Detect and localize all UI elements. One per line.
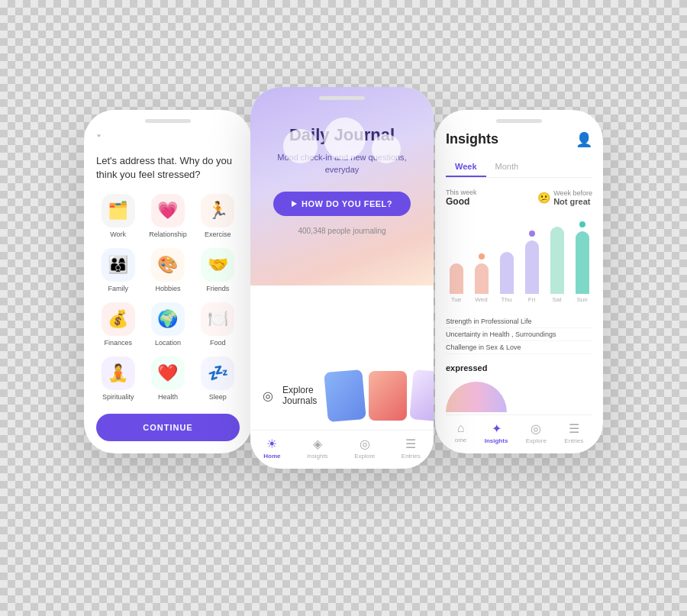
category-grid: 🗂️ Work 💗 Relationship 🏃 Exercise 👨‍👩‍👦 …	[96, 194, 240, 405]
bar-sun: Sun	[572, 221, 592, 303]
right-nav-entries[interactable]: ☰ Entries	[564, 421, 583, 444]
right-insights-icon: ✦	[492, 421, 502, 436]
friends-label: Friends	[206, 285, 229, 292]
this-week-value: Good	[446, 196, 477, 207]
explore-nav-icon: ◎	[360, 437, 370, 451]
location-label: Location	[155, 339, 181, 347]
journal-header: Daily Journal Mood check-in and new ques…	[250, 87, 434, 285]
journal-cards	[326, 371, 434, 421]
nav-entries[interactable]: ☰ Entries	[402, 437, 421, 460]
insights-icon: ◈	[313, 437, 322, 451]
explore-nav-label: Explore	[354, 453, 375, 460]
right-nav-insights[interactable]: ✦ Insights	[485, 421, 508, 444]
health-label: Health	[158, 393, 178, 401]
spirituality-icon: 🧘	[102, 356, 135, 390]
tab-month[interactable]: Month	[486, 157, 528, 177]
bar-tue: Tue	[446, 263, 466, 303]
family-icon: 👨‍👩‍👦	[102, 248, 135, 282]
play-icon	[292, 201, 297, 207]
bar-thu-label: Thu	[502, 296, 512, 303]
bar-chart: Tue Wed Thu Fri Sat	[446, 219, 592, 303]
right-entries-label: Entries	[564, 437, 583, 444]
health-icon: ❤️	[151, 356, 185, 390]
category-exercise[interactable]: 🏃 Exercise	[196, 194, 240, 242]
week-before-value: Not great	[553, 197, 592, 206]
category-location[interactable]: 🌍 Location	[146, 302, 189, 350]
insight-2: Uncertainty in Health , Surroundings	[446, 328, 592, 341]
explore-journals[interactable]: ◎ Explore Journals	[250, 362, 434, 430]
hobbies-label: Hobbies	[155, 285, 180, 292]
journal-card-3	[410, 369, 434, 421]
sleep-icon: 💤	[201, 356, 234, 390]
right-insights-label: Insights	[485, 437, 508, 444]
bar-sat: Sat	[547, 227, 567, 303]
category-sleep[interactable]: 💤 Sleep	[196, 356, 240, 405]
chevron-icon[interactable]: ˅	[96, 133, 240, 145]
category-food[interactable]: 🍽️ Food	[196, 302, 240, 350]
insight-1: Strength in Professional Life	[446, 315, 592, 328]
insights-label: Insights	[307, 453, 328, 460]
center-bottom-nav: ☀ Home ◈ Insights ◎ Explore ☰ Entries	[250, 430, 434, 469]
ball-2	[324, 118, 366, 160]
home-icon: ☀	[266, 437, 277, 451]
this-week-label: This week	[446, 189, 477, 196]
how-feel-label: HOW DO YOU FEEL?	[302, 199, 392, 208]
insights-list: Strength in Professional Life Uncertaint…	[446, 315, 592, 354]
right-nav-explore[interactable]: ◎ Explore	[526, 421, 547, 444]
phones-container: ˅ Let's address that. Why do you think y…	[76, 49, 611, 568]
friends-icon: 🤝	[201, 248, 234, 282]
mood-dot-sun	[579, 221, 585, 227]
right-bottom-nav: ⌂ ome ✦ Insights ◎ Explore ☰ Entries	[446, 414, 592, 453]
food-label: Food	[210, 339, 226, 347]
location-icon: 🌍	[151, 302, 185, 336]
user-icon[interactable]: 👤	[576, 131, 592, 148]
relationship-icon: 💗	[151, 194, 185, 227]
phone-right: Insights 👤 Week Month This week Good 😕 W…	[435, 110, 603, 453]
week-before-mood: 😕 Week before Not great	[537, 189, 592, 206]
explore-icon: ◎	[263, 389, 273, 403]
bar-sat-rect	[550, 227, 564, 294]
category-family[interactable]: 👨‍👩‍👦 Family	[96, 248, 140, 296]
tab-week[interactable]: Week	[446, 157, 486, 177]
right-explore-label: Explore	[526, 437, 547, 444]
entries-icon: ☰	[405, 437, 416, 451]
expressed-section: expressed	[446, 360, 592, 412]
right-nav-home[interactable]: ⌂ ome	[455, 421, 467, 443]
phone-center: Daily Journal Mood check-in and new ques…	[250, 87, 434, 469]
stress-question: Let's address that. Why do you think you…	[96, 154, 240, 182]
bar-sun-rect	[576, 231, 589, 294]
category-finances[interactable]: 💰 Finances	[96, 302, 140, 350]
relationship-label: Relationship	[149, 231, 187, 238]
family-label: Family	[108, 285, 128, 292]
how-feel-button[interactable]: HOW DO YOU FEEL?	[273, 192, 411, 216]
bar-wed-label: Wed	[475, 296, 487, 303]
insights-header: Insights 👤	[446, 131, 592, 148]
insights-title: Insights	[446, 131, 498, 147]
category-health[interactable]: ❤️ Health	[146, 356, 189, 405]
mood-face-icon: 😕	[537, 192, 550, 204]
semi-circle-chart	[446, 382, 507, 412]
mood-dot-fri	[529, 231, 535, 237]
category-hobbies[interactable]: 🎨 Hobbies	[146, 248, 189, 296]
mood-dot-wed	[479, 253, 485, 260]
category-work[interactable]: 🗂️ Work	[96, 194, 140, 242]
category-relationship[interactable]: 💗 Relationship	[146, 194, 189, 242]
mood-row: This week Good 😕 Week before Not great	[446, 189, 592, 207]
nav-explore[interactable]: ◎ Explore	[354, 437, 375, 460]
category-spirituality[interactable]: 🧘 Spirituality	[96, 356, 140, 405]
category-friends[interactable]: 🤝 Friends	[196, 248, 240, 296]
right-home-icon: ⌂	[457, 421, 465, 435]
nav-insights[interactable]: ◈ Insights	[307, 437, 328, 460]
tab-row: Week Month	[446, 157, 592, 178]
exercise-label: Exercise	[205, 231, 231, 238]
bar-tue-rect	[450, 263, 463, 294]
continue-button[interactable]: CONTINUE	[96, 414, 240, 441]
nav-home[interactable]: ☀ Home	[263, 437, 280, 460]
right-explore-icon: ◎	[531, 421, 541, 436]
bar-sat-label: Sat	[552, 296, 561, 303]
hobbies-icon: 🎨	[151, 248, 185, 282]
spirituality-label: Spirituality	[102, 393, 134, 401]
food-icon: 🍽️	[201, 302, 234, 336]
ball-3	[372, 134, 401, 163]
journal-body: ◎ Explore Journals	[250, 285, 434, 430]
